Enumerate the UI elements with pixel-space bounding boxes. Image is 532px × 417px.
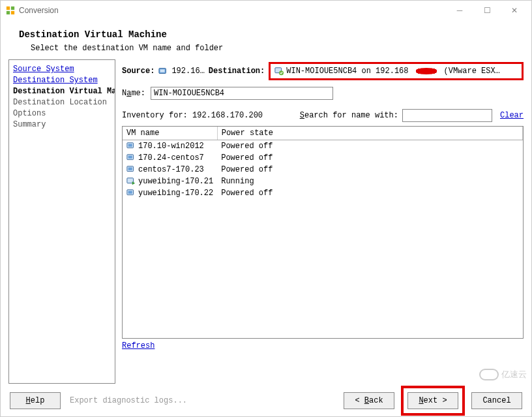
- titlebar: Conversion ─ ☐ ✕: [1, 1, 531, 20]
- destination-highlight: WIN-MOIOUE5NCB4 on 192.168 (VMware ESX…: [269, 62, 524, 80]
- wizard-heading: Destination Virtual Machine: [19, 29, 513, 40]
- svg-rect-1: [11, 7, 14, 10]
- export-logs-link[interactable]: Export diagnostic logs...: [70, 396, 187, 405]
- table-row[interactable]: yuweibing-170.22Powered off: [123, 187, 523, 199]
- wizard-header: Destination Virtual Machine Select the d…: [1, 20, 531, 59]
- destination-value-pre: WIN-MOIOUE5NCB4 on 192.168: [286, 67, 408, 76]
- back-button[interactable]: < Back: [344, 392, 394, 409]
- refresh-link[interactable]: Refresh: [122, 341, 524, 350]
- vm-power-state: Powered off: [217, 164, 522, 176]
- vm-icon: [274, 67, 284, 76]
- svg-rect-17: [128, 191, 132, 194]
- svg-rect-5: [160, 69, 165, 72]
- minimize-button[interactable]: ─: [452, 6, 467, 15]
- wizard-steps-sidebar: Source SystemDestination SystemDestinati…: [8, 59, 115, 384]
- svg-rect-9: [128, 144, 132, 147]
- destination-label: Destination:: [209, 67, 265, 76]
- vm-power-state: Powered off: [217, 152, 522, 164]
- vm-power-state: Powered off: [217, 140, 522, 153]
- wizard-step-0[interactable]: Source System: [13, 64, 111, 75]
- next-highlight: Next >: [401, 386, 465, 416]
- table-row[interactable]: 170.10-win2012Powered off: [123, 140, 523, 153]
- svg-rect-3: [11, 11, 14, 14]
- wizard-step-3: Destination Location: [13, 97, 111, 108]
- wizard-step-1[interactable]: Destination System: [13, 75, 111, 86]
- vm-running-icon: [126, 177, 136, 186]
- vm-off-icon: [126, 153, 136, 162]
- cancel-button[interactable]: Cancel: [471, 392, 522, 409]
- wizard-step-2: Destination Virtual Machine: [13, 86, 111, 97]
- wizard-footer: Help Export diagnostic logs... < Back Ne…: [1, 384, 531, 416]
- table-row[interactable]: 170.24-centos7Powered off: [123, 152, 523, 164]
- vm-power-state: Running: [217, 176, 522, 187]
- clear-link[interactable]: Clear: [500, 111, 524, 120]
- table-row[interactable]: yuweibing-170.21Running: [123, 176, 523, 187]
- svg-rect-13: [128, 168, 132, 170]
- svg-rect-11: [128, 156, 132, 159]
- wizard-subtitle: Select the destination VM name and folde…: [19, 44, 513, 53]
- vm-name: 170.10-win2012: [138, 142, 204, 151]
- col-power-state[interactable]: Power state: [217, 127, 522, 140]
- next-button[interactable]: Next >: [407, 392, 458, 409]
- svg-rect-0: [7, 7, 10, 10]
- vm-off-icon: [126, 165, 136, 174]
- vm-name: yuweibing-170.22: [138, 189, 213, 198]
- wizard-step-4: Options: [13, 108, 111, 119]
- table-row[interactable]: centos7-170.23Powered off: [123, 164, 523, 176]
- vm-name: centos7-170.23: [138, 165, 204, 174]
- window-title: Conversion: [19, 6, 452, 15]
- source-label: Source:: [122, 67, 155, 76]
- vm-name-input[interactable]: [151, 87, 333, 100]
- vm-name: yuweibing-170.21: [138, 177, 213, 186]
- vm-table[interactable]: VM name Power state 170.10-win2012Powere…: [122, 126, 524, 339]
- wizard-step-5: Summary: [13, 119, 111, 131]
- help-button[interactable]: Help: [10, 392, 61, 409]
- destination-value-post: (VMware ESX…: [444, 67, 500, 76]
- col-vm-name[interactable]: VM name: [123, 127, 217, 140]
- name-label: Name:: [122, 89, 145, 98]
- vm-off-icon: [126, 189, 136, 198]
- source-value: 192.16…: [171, 67, 204, 76]
- inventory-label: Inventory for: 192.168.170.200: [122, 111, 263, 120]
- search-input[interactable]: [402, 109, 492, 122]
- vm-power-state: Powered off: [217, 187, 522, 199]
- host-icon: [158, 67, 168, 76]
- vm-off-icon: [126, 142, 136, 151]
- svg-rect-2: [7, 11, 10, 14]
- app-icon: [6, 6, 15, 15]
- close-button[interactable]: ✕: [507, 6, 522, 15]
- search-label: Search for name with:: [300, 111, 398, 120]
- vm-name: 170.24-centos7: [138, 153, 204, 162]
- redacted-scribble: [411, 68, 441, 74]
- maximize-button[interactable]: ☐: [479, 6, 495, 15]
